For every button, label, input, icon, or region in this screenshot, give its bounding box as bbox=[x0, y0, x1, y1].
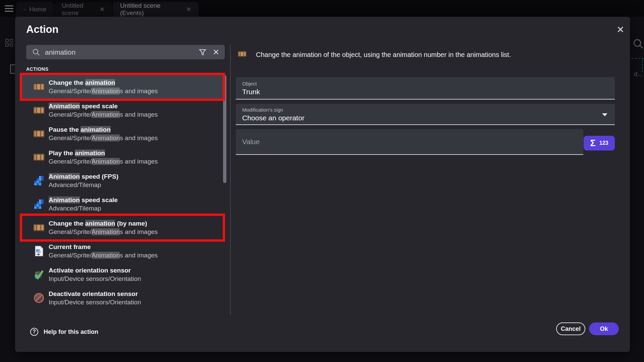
field-label: Modification's sign bbox=[242, 107, 283, 113]
action-title: Activate orientation sensor bbox=[49, 266, 141, 275]
value-field[interactable] bbox=[236, 129, 583, 155]
panel-divider bbox=[230, 45, 231, 315]
orientation-off-icon bbox=[33, 292, 45, 304]
action-title: Change the animation bbox=[49, 78, 158, 87]
clear-search-icon[interactable]: ✕ bbox=[213, 48, 219, 57]
actions-section-header: ACTIONS bbox=[26, 66, 49, 72]
action-title: Current frame bbox=[49, 243, 158, 251]
close-icon[interactable]: ✕ bbox=[616, 24, 624, 35]
action-path: General/Sprite/Animations and images bbox=[49, 228, 158, 236]
help-label: Help for this action bbox=[44, 328, 98, 336]
action-title: Animation speed scale bbox=[49, 196, 118, 204]
film-reel-icon bbox=[33, 104, 45, 116]
tilemap-icon bbox=[33, 175, 45, 187]
dialog-title: Action bbox=[26, 23, 58, 36]
action-list-item[interactable]: Activate orientation sensorInput/Device … bbox=[22, 263, 223, 286]
field-value: Choose an operator bbox=[242, 114, 305, 122]
action-list-item[interactable]: Pause the animationGeneral/Sprite/Animat… bbox=[22, 122, 223, 145]
chevron-down-icon bbox=[602, 113, 607, 116]
action-description: Change the animation of the object, usin… bbox=[256, 49, 511, 59]
action-list-item[interactable]: Change the animation (by name)General/Sp… bbox=[22, 216, 223, 239]
search-bar: ✕ bbox=[26, 45, 225, 59]
help-question-icon: ? bbox=[30, 328, 38, 336]
film-reel-icon bbox=[33, 81, 45, 93]
film-reel-icon bbox=[238, 49, 247, 60]
action-list: Change the animationGeneral/Sprite/Anima… bbox=[22, 75, 223, 310]
action-path: Input/Device sensors/Orientation bbox=[49, 275, 141, 283]
action-path: General/Sprite/Animations and images bbox=[49, 87, 158, 95]
action-title: Animation speed (FPS) bbox=[49, 172, 118, 181]
expression-builder-button[interactable]: Σ 123 bbox=[584, 136, 615, 150]
numbers-icon: 123 bbox=[599, 140, 608, 146]
film-reel-icon bbox=[33, 222, 45, 234]
action-list-item[interactable]: Change the animationGeneral/Sprite/Anima… bbox=[22, 75, 223, 99]
film-reel-icon bbox=[33, 151, 45, 163]
film-reel-icon bbox=[33, 128, 45, 140]
modification-sign-field[interactable]: Modification's sign Choose an operator bbox=[236, 104, 615, 125]
action-list-item[interactable]: Animation speed scaleAdvanced/Tilemap bbox=[22, 192, 223, 216]
orientation-on-icon bbox=[33, 268, 45, 281]
action-list-item[interactable]: Play the animationGeneral/Sprite/Animati… bbox=[22, 145, 223, 169]
action-title: Pause the animation bbox=[49, 125, 158, 134]
action-list-item[interactable]: Current frameGeneral/Sprite/Animations a… bbox=[22, 239, 223, 263]
help-link[interactable]: ? Help for this action bbox=[30, 328, 98, 336]
action-path: General/Sprite/Animations and images bbox=[49, 157, 158, 166]
action-path: Advanced/Tilemap bbox=[49, 204, 118, 213]
action-title: Change the animation (by name) bbox=[49, 219, 158, 228]
filter-funnel-icon[interactable] bbox=[199, 48, 207, 56]
cancel-button[interactable]: Cancel bbox=[556, 322, 585, 335]
action-list-item[interactable]: Animation speed scaleGeneral/Sprite/Anim… bbox=[22, 99, 223, 122]
action-path: General/Sprite/Animations and images bbox=[49, 134, 158, 142]
ok-button[interactable]: Ok bbox=[589, 322, 619, 335]
object-field[interactable]: Object Trunk bbox=[236, 77, 615, 100]
scrollbar-track bbox=[223, 75, 226, 310]
sigma-icon: Σ bbox=[590, 139, 596, 148]
action-description-row: Change the animation of the object, usin… bbox=[238, 49, 511, 60]
action-dialog: Action ✕ ✕ ACTIONS Change the animationG… bbox=[15, 17, 630, 352]
field-value: Trunk bbox=[242, 88, 260, 96]
field-label: Object bbox=[242, 81, 257, 86]
current-frame-icon bbox=[33, 245, 45, 257]
value-input[interactable] bbox=[242, 129, 571, 154]
action-title: Animation speed scale bbox=[49, 102, 158, 110]
tilemap-icon bbox=[33, 198, 45, 210]
action-path: General/Sprite/Animations and images bbox=[49, 251, 158, 259]
action-path: Advanced/Tilemap bbox=[49, 181, 118, 189]
action-path: General/Sprite/Animations and images bbox=[49, 110, 158, 119]
action-list-item[interactable]: Animation speed (FPS)Advanced/Tilemap bbox=[22, 169, 223, 192]
action-list-item[interactable]: Deactivate orientation sensorInput/Devic… bbox=[22, 286, 223, 310]
action-title: Play the animation bbox=[49, 149, 158, 157]
search-input[interactable] bbox=[45, 48, 199, 56]
search-icon bbox=[32, 48, 40, 56]
action-path: Input/Device sensors/Orientation bbox=[49, 298, 141, 306]
scrollbar-thumb[interactable] bbox=[223, 75, 226, 183]
action-title: Deactivate orientation sensor bbox=[49, 290, 141, 298]
